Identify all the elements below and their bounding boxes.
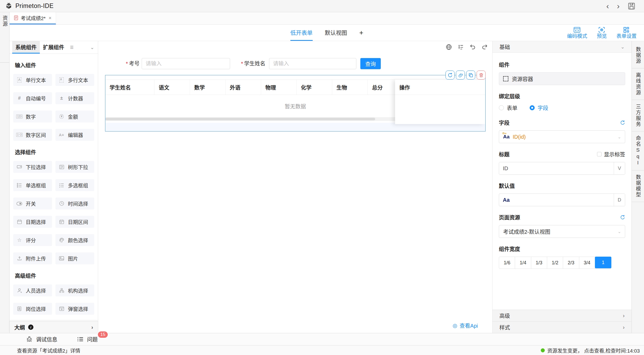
view-tab[interactable]: 默认视图 [325, 25, 347, 41]
undo-icon[interactable] [469, 44, 476, 50]
selected-resource-container[interactable]: 学生姓名语文数学外语物理化学生物总分操作 暂无数据 操作 [105, 75, 486, 132]
component-item[interactable]: 日期区间 [55, 216, 94, 228]
component-item[interactable]: 多选框组 [55, 179, 94, 191]
properties-header[interactable]: 基础 ⌄ [492, 41, 632, 53]
show-label-text: 显示标签 [604, 150, 625, 158]
field-label: 字段 [499, 119, 625, 126]
status-left-text[interactable]: 查看资源「考试成绩2」详情 [17, 347, 80, 354]
globe-icon[interactable] [446, 44, 452, 50]
width-option[interactable]: 1/2 [547, 257, 563, 269]
tab-close-icon[interactable]: × [49, 15, 51, 21]
copy-button[interactable] [466, 71, 475, 80]
binding-radio-option[interactable]: 表单 [499, 104, 517, 112]
right-strip-item[interactable]: 三方服务 [632, 100, 644, 132]
field-select[interactable]: Aa ID(id) ⌄ [499, 130, 625, 143]
component-item[interactable]: 弹窗选择 [55, 303, 94, 315]
right-strip-item[interactable]: 离线资源 [632, 68, 644, 100]
section-advanced[interactable]: 高级 › [492, 310, 632, 321]
width-option[interactable]: 1 [595, 257, 611, 268]
nav-back-icon[interactable]: ‹ [606, 2, 609, 10]
default-suffix-button[interactable]: D [614, 194, 625, 206]
problems-item[interactable]: 问题 15 [77, 335, 98, 343]
search-button[interactable]: 查询 [360, 58, 381, 69]
form-canvas[interactable]: *考号 *学生姓名 查询 学生姓名语文数学外语物理化学生物总分操作 暂无数据 [98, 41, 492, 333]
component-section-title: 选择组件 [15, 148, 94, 156]
tab-system-components[interactable]: 系统组件 [12, 41, 40, 54]
component-item[interactable]: A多行文本 [55, 74, 94, 86]
width-option[interactable]: 1/6 [499, 257, 515, 269]
color-icon [58, 238, 65, 243]
component-item[interactable]: 图片 [55, 252, 94, 264]
rate-icon: ☆ [16, 237, 23, 243]
title-input[interactable] [499, 162, 614, 174]
component-item[interactable]: 123数字 [13, 111, 52, 122]
component-item[interactable]: 树形下拉 [55, 161, 94, 173]
person-icon [16, 288, 23, 293]
save-icon[interactable] [628, 2, 636, 10]
view-api-link[interactable]: ◎ 查看Api [453, 322, 478, 329]
component-item[interactable]: 1~3数字区间 [13, 129, 52, 141]
component-list-icon[interactable]: ☰ [70, 45, 74, 50]
debug-info-item[interactable]: 调试信息 [26, 335, 57, 343]
view-tab[interactable]: 低开表单 [290, 25, 313, 41]
nav-forward-icon[interactable]: › [617, 2, 620, 10]
refresh-button[interactable] [446, 71, 455, 80]
component-item[interactable]: 机构选择 [55, 284, 94, 296]
student-name-input[interactable] [269, 58, 356, 69]
properties-header-chevron-icon[interactable]: ⌄ [621, 44, 625, 50]
right-strip-item[interactable]: 数据模型 [632, 170, 644, 202]
title-suffix-button[interactable]: V [614, 162, 625, 174]
document-tab[interactable]: 考试成绩2* × [10, 12, 56, 24]
view-actions: 编码模式预览表单设置 [567, 27, 637, 39]
toolbar-action[interactable]: 编码模式 [567, 27, 587, 39]
page-resource-refresh-icon[interactable] [620, 215, 625, 220]
page-resource-select[interactable]: 考试成绩2-默认视图 ⌄ [499, 225, 625, 238]
right-strip-item[interactable]: 命名Sql [632, 132, 644, 170]
status-right[interactable]: 资源发生变更， 点击查看,检查时间:14:03 [541, 347, 640, 354]
binding-radio-selected[interactable]: 字段 [530, 104, 548, 112]
link-button[interactable] [456, 71, 465, 80]
component-item[interactable]: #自动编号 [13, 92, 52, 104]
component-item[interactable]: 颜色选择 [55, 234, 94, 246]
add-view-button[interactable]: + [359, 25, 363, 41]
component-item[interactable]: A≡编辑器 [55, 129, 94, 141]
counter-icon: ± [58, 95, 65, 101]
component-item[interactable]: 人员选择 [13, 284, 52, 296]
width-option[interactable]: 3/4 [579, 257, 595, 269]
outline-icon[interactable] [457, 44, 464, 50]
show-label-checkbox[interactable] [597, 152, 602, 156]
component-item[interactable]: 岗位选择 [13, 303, 52, 315]
component-item[interactable]: ☆评分 [13, 234, 52, 246]
toolbar-action[interactable]: 预览 [597, 27, 607, 39]
collapse-panel-chevron-icon[interactable]: ⌄ [90, 45, 94, 50]
right-strip-item[interactable]: 数据源 [632, 43, 644, 68]
width-option[interactable]: 1/4 [515, 257, 531, 269]
info-icon: i [28, 325, 33, 330]
field-refresh-icon[interactable] [620, 120, 625, 125]
outline-row[interactable]: 大纲 i › [10, 321, 98, 333]
outline-chevron-icon[interactable]: › [91, 324, 93, 330]
component-item[interactable]: ±计数器 [55, 92, 94, 104]
selection-toolbar [446, 71, 486, 80]
left-strip-resources[interactable]: 资源 [0, 12, 9, 63]
popup-icon [58, 306, 65, 311]
delete-button[interactable] [477, 71, 486, 80]
toolbar-action[interactable]: 表单设置 [616, 27, 637, 39]
redo-icon[interactable] [481, 44, 488, 50]
component-item[interactable]: 附件上传 [13, 252, 52, 264]
select-icon [16, 165, 23, 169]
component-item[interactable]: 下拉选择 [13, 161, 52, 173]
component-item[interactable]: 单选框组 [13, 179, 52, 191]
component-item[interactable]: A单行文本 [13, 74, 52, 86]
width-option[interactable]: 1/3 [531, 257, 547, 269]
scrollbar-thumb[interactable] [105, 118, 375, 120]
exam-no-input[interactable] [142, 58, 230, 69]
component-item[interactable]: 时间选择 [55, 198, 94, 209]
default-value-input[interactable] [510, 194, 614, 206]
component-item[interactable]: ¥金额 [55, 111, 94, 122]
tab-extension-components[interactable]: 扩展组件 [40, 41, 67, 54]
section-style[interactable]: 样式 › [492, 321, 632, 333]
component-item[interactable]: 日期选择 [13, 216, 52, 228]
component-item[interactable]: 开关 [13, 198, 52, 209]
width-option[interactable]: 2/3 [563, 257, 579, 269]
